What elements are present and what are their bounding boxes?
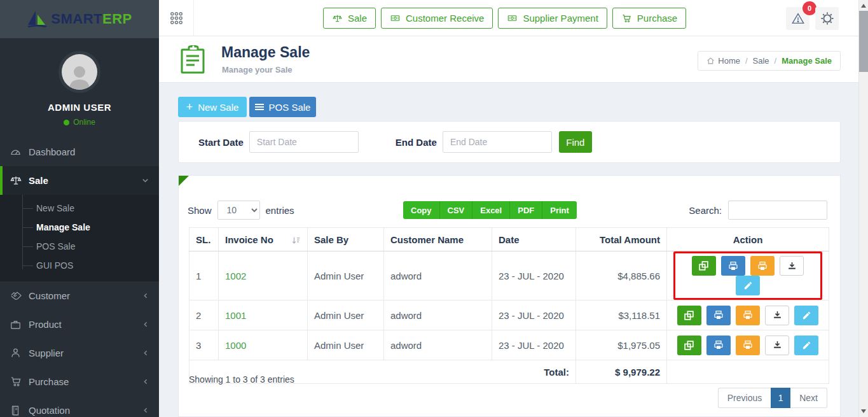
page-header: Manage Sale Manage your Sale Home / Sale… xyxy=(159,36,858,83)
avatar xyxy=(59,51,100,93)
sidebar-item-sale[interactable]: Sale xyxy=(0,166,159,195)
cell-amount: $3,118.51 xyxy=(576,300,667,330)
briefcase-icon xyxy=(10,319,29,330)
sidebar-item-dashboard[interactable]: Dashboard xyxy=(0,138,159,166)
clone-button[interactable] xyxy=(677,306,701,325)
previous-page-button[interactable]: Previous xyxy=(718,388,771,408)
export-buttons: Copy CSV Excel PDF Print xyxy=(403,201,577,219)
scrollbar-thumb[interactable] xyxy=(859,11,868,72)
scroll-down-arrow-icon[interactable] xyxy=(861,409,866,413)
table-row: 2 1001 Admin User adword 23 - JUL - 2020… xyxy=(189,300,829,330)
book-icon xyxy=(10,405,29,416)
table-row: 1 1002 Admin User adword 23 - JUL - 2020… xyxy=(189,251,829,300)
pos-receipt-button[interactable] xyxy=(736,306,760,325)
total-amount: $ 9,979.22 xyxy=(576,360,667,384)
sidebar-item-quotation[interactable]: Quotation xyxy=(0,396,159,417)
sidebar-item-customer[interactable]: Customer xyxy=(0,281,159,310)
col-header-date[interactable]: Date xyxy=(492,228,576,251)
search-input[interactable] xyxy=(728,201,827,220)
pagination: Previous 1 Next xyxy=(718,388,827,408)
sidebar-item-supplier[interactable]: Supplier xyxy=(0,339,159,367)
handshake-icon xyxy=(10,290,29,302)
gauge-icon xyxy=(10,146,29,158)
page-subtitle: Manage your Sale xyxy=(222,65,293,74)
cell-sale-by: Admin User xyxy=(308,330,384,360)
scroll-up-arrow-icon[interactable] xyxy=(861,4,866,8)
pos-sale-button[interactable]: POS Sale xyxy=(249,97,316,117)
top-header: Sale Customer Receive Supplier Payment P… xyxy=(159,0,858,36)
vertical-scrollbar[interactable] xyxy=(858,0,868,417)
receipt-print-button[interactable] xyxy=(721,256,745,276)
quick-nav-supplier-payment-button[interactable]: Supplier Payment xyxy=(498,8,607,29)
submenu-item-manage-sale[interactable]: Manage Sale xyxy=(0,218,159,237)
scales-icon xyxy=(332,13,343,24)
download-button[interactable] xyxy=(765,336,789,355)
breadcrumb-sale[interactable]: Sale xyxy=(753,56,769,66)
cell-customer: adword xyxy=(384,251,492,300)
new-sale-button[interactable]: + New Sale xyxy=(178,97,247,117)
sidebar-item-product[interactable]: Product xyxy=(0,310,159,339)
cell-date: 23 - JUL - 2020 xyxy=(492,251,576,300)
brand-logo[interactable]: SMARTERP xyxy=(0,0,159,38)
end-date-input[interactable] xyxy=(443,131,552,153)
submenu-item-pos-sale[interactable]: POS Sale xyxy=(0,237,159,256)
excel-button[interactable]: Excel xyxy=(472,201,510,219)
clone-button[interactable] xyxy=(677,336,701,355)
receipt-print-button[interactable] xyxy=(706,306,731,325)
col-header-sale-by[interactable]: Sale By xyxy=(308,228,384,251)
quick-nav-purchase-button[interactable]: Purchase xyxy=(612,8,686,29)
table-row: 3 1000 Admin User adword 23 - JUL - 2020… xyxy=(189,330,829,360)
date-filter-panel: Start Date End Date Find xyxy=(178,121,841,163)
quick-nav: Sale Customer Receive Supplier Payment P… xyxy=(323,8,686,29)
pdf-button[interactable]: PDF xyxy=(510,201,542,219)
invoice-link[interactable]: 1001 xyxy=(225,310,246,321)
alerts-button[interactable]: 0 xyxy=(786,7,809,30)
table-search: Search: xyxy=(689,201,827,220)
highlighted-action-group xyxy=(673,251,822,300)
submenu-item-new-sale[interactable]: New Sale xyxy=(0,199,159,218)
home-icon xyxy=(706,57,715,65)
clone-button[interactable] xyxy=(692,256,716,276)
quick-nav-sale-button[interactable]: Sale xyxy=(323,8,376,29)
sales-table-panel: Show 10 entries Copy CSV Excel PDF Print… xyxy=(178,175,841,417)
apps-grid-button[interactable] xyxy=(159,0,194,36)
main-content: + New Sale POS Sale Start Date End Date … xyxy=(159,83,858,417)
col-header-action: Action xyxy=(667,228,829,251)
find-button[interactable]: Find xyxy=(559,131,592,153)
page-length-select[interactable]: 10 xyxy=(217,201,260,220)
cart-icon xyxy=(10,376,29,388)
col-header-sl[interactable]: SL. xyxy=(189,228,219,251)
submenu-item-gui-pos[interactable]: GUI POS xyxy=(0,256,159,275)
sidebar-item-purchase[interactable]: Purchase xyxy=(0,367,159,396)
col-header-customer[interactable]: Customer Name xyxy=(384,228,492,251)
pos-receipt-button[interactable] xyxy=(750,256,775,276)
page-1-button[interactable]: 1 xyxy=(771,388,790,408)
invoice-link[interactable]: 1002 xyxy=(225,271,246,281)
edit-button[interactable] xyxy=(794,306,818,325)
edit-button[interactable] xyxy=(736,276,760,295)
download-button[interactable] xyxy=(780,256,804,276)
edit-button[interactable] xyxy=(794,336,818,355)
start-date-input[interactable] xyxy=(249,131,359,153)
col-header-amount[interactable]: Total Amount xyxy=(576,228,667,251)
money-icon xyxy=(507,13,518,23)
receipt-print-button[interactable] xyxy=(706,336,731,355)
cell-date: 23 - JUL - 2020 xyxy=(492,300,576,330)
pos-receipt-button[interactable] xyxy=(736,336,760,355)
copy-button[interactable]: Copy xyxy=(403,201,440,219)
online-dot-icon xyxy=(64,120,69,125)
breadcrumb-home[interactable]: Home xyxy=(706,56,740,66)
next-page-button[interactable]: Next xyxy=(790,388,827,408)
col-header-invoice[interactable]: Invoice No xyxy=(219,228,308,251)
invoice-link[interactable]: 1000 xyxy=(225,340,246,351)
csv-button[interactable]: CSV xyxy=(440,201,473,219)
print-button[interactable]: Print xyxy=(542,201,577,219)
sidebar: SMARTERP ADMIN USER Online Dashboard xyxy=(0,0,159,417)
settings-button[interactable] xyxy=(815,7,839,30)
cell-sl: 2 xyxy=(189,300,219,330)
breadcrumb: Home / Sale / Manage Sale xyxy=(698,51,841,71)
entries-summary: Showing 1 to 3 of 3 entries xyxy=(189,374,294,385)
download-button[interactable] xyxy=(765,306,789,325)
scales-icon xyxy=(10,174,29,187)
quick-nav-customer-receive-button[interactable]: Customer Receive xyxy=(381,8,493,29)
